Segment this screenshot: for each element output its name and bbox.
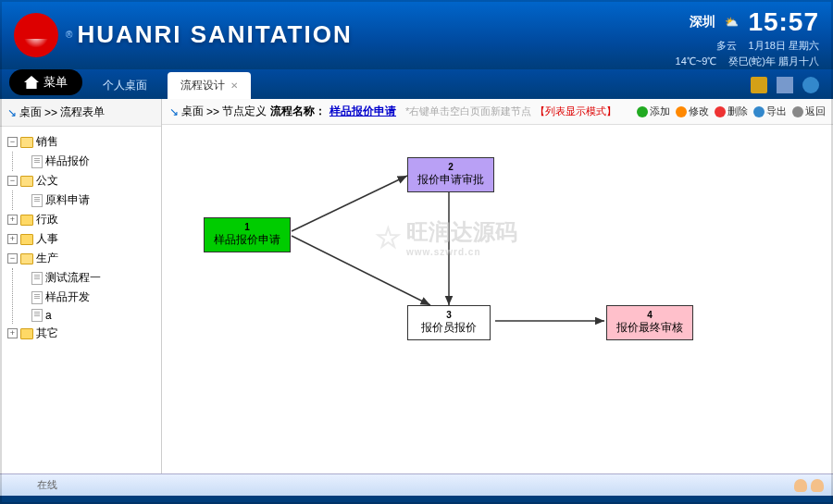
flow-node-1[interactable]: 1样品报价申请 (204, 217, 291, 252)
weather-widget: 深圳 ⛅ 15:57 多云 1月18日 星期六 14℃~9℃ 癸巳(蛇)年 腊月… (676, 7, 819, 68)
tree-doc[interactable]: 样品开发 (19, 288, 157, 307)
sidebar-breadcrumb: ↘ 桌面 >> 流程表单 (0, 99, 161, 127)
avatar (811, 479, 824, 492)
collapse-icon[interactable]: − (7, 253, 18, 264)
weather-lunar: 癸巳(蛇)年 腊月十八 (728, 55, 819, 67)
flow-canvas[interactable]: ☆ 旺润达源码www.szwrd.cn 1样品报价申请 2报价申请审批 3报价员… (162, 125, 833, 473)
tree-folder-hr[interactable]: +人事 (4, 229, 157, 249)
export-icon (753, 106, 765, 117)
folder-icon (20, 137, 33, 148)
delete-icon (715, 106, 726, 117)
back-icon (792, 106, 803, 117)
delete-button[interactable]: 删除 (715, 104, 748, 118)
doc-icon (31, 272, 43, 285)
flow-node-3[interactable]: 3报价员报价 (407, 305, 491, 340)
registered-mark: ® (66, 30, 72, 40)
gift-icon[interactable] (751, 77, 767, 93)
menu-label: 菜单 (44, 74, 68, 91)
weather-temp: 14℃~9℃ (676, 55, 717, 67)
key-icon[interactable] (777, 77, 793, 93)
collapse-icon[interactable]: − (7, 137, 18, 147)
flow-node-2[interactable]: 2报价申请审批 (407, 157, 494, 192)
refresh-icon[interactable] (802, 77, 819, 93)
clock-time: 15:57 (748, 7, 819, 37)
weather-icon: ⛅ (725, 16, 739, 29)
statusbar: 在线 (0, 473, 833, 496)
home-icon (24, 76, 39, 89)
folder-icon (20, 328, 33, 339)
collapse-icon[interactable]: − (7, 176, 18, 186)
sidebar: ↘ 桌面 >> 流程表单 −销售 样品报价 −公文 原料申请 +行政 +人事 −… (0, 99, 162, 473)
folder-icon (20, 253, 33, 264)
flow-node-4[interactable]: 4报价最终审核 (606, 305, 693, 340)
arrow-icon: ↘ (7, 106, 17, 119)
process-name-value[interactable]: 样品报价申请 (329, 104, 396, 119)
watermark: ☆ 旺润达源码www.szwrd.cn (375, 217, 517, 257)
tree-folder-docs[interactable]: −公文 (4, 171, 157, 191)
flow-edges (162, 125, 833, 473)
menu-button[interactable]: 菜单 (9, 69, 82, 95)
add-icon (637, 106, 648, 117)
expand-icon[interactable]: + (7, 328, 18, 338)
action-toolbar: 添加 修改 删除 导出 返回 (637, 104, 826, 118)
tree: −销售 样品报价 −公文 原料申请 +行政 +人事 −生产 测试流程一 样品开发… (0, 127, 161, 349)
tab-flowdesign[interactable]: 流程设计✕ (168, 72, 251, 99)
main-toolbar: ↘ 桌面 >> 节点定义 流程名称： 样品报价申请 *右键单击空白页面新建节点 … (162, 99, 833, 125)
tree-doc[interactable]: 样品报价 (19, 152, 157, 171)
edit-icon (676, 106, 687, 117)
doc-icon (31, 291, 43, 304)
star-icon: ☆ (375, 220, 402, 255)
tree-doc[interactable]: a (19, 307, 157, 324)
folder-icon (20, 215, 33, 226)
tree-doc[interactable]: 测试流程一 (19, 268, 157, 288)
brand-name: HUANRI SANITATION (77, 20, 352, 49)
process-name-label: 流程名称： (270, 104, 326, 119)
close-icon[interactable]: ✕ (230, 80, 238, 91)
content: ↘ 桌面 >> 流程表单 −销售 样品报价 −公文 原料申请 +行政 +人事 −… (0, 99, 833, 473)
doc-icon (31, 309, 43, 322)
tab-desktop[interactable]: 个人桌面 (90, 72, 160, 99)
hint-text: *右键单击空白页面新建节点 (405, 104, 531, 118)
folder-icon (20, 176, 33, 187)
folder-icon (20, 234, 33, 245)
edit-button[interactable]: 修改 (676, 104, 709, 118)
tree-folder-other[interactable]: +其它 (4, 324, 157, 343)
tree-folder-sales[interactable]: −销售 (4, 132, 157, 152)
arrow-icon: ↘ (169, 105, 179, 118)
tabbar: 菜单 个人桌面 流程设计✕ (0, 69, 833, 99)
expand-icon[interactable]: + (7, 215, 18, 225)
doc-icon (31, 155, 43, 168)
export-button[interactable]: 导出 (753, 104, 787, 118)
main: ↘ 桌面 >> 节点定义 流程名称： 样品报价申请 *右键单击空白页面新建节点 … (162, 99, 833, 473)
tree-doc[interactable]: 原料申请 (19, 191, 157, 210)
weather-date: 1月18日 星期六 (749, 40, 819, 51)
avatar (794, 479, 807, 492)
expand-icon[interactable]: + (7, 234, 18, 244)
breadcrumb: ↘ 桌面 >> 节点定义 (169, 104, 267, 119)
back-button[interactable]: 返回 (792, 104, 826, 118)
add-button[interactable]: 添加 (637, 104, 670, 118)
status-text: 在线 (37, 478, 57, 492)
weather-city: 深圳 (690, 14, 715, 31)
tree-folder-prod[interactable]: −生产 (4, 249, 157, 268)
doc-icon (31, 194, 43, 207)
header: ® HUANRI SANITATION 深圳 ⛅ 15:57 多云 1月18日 … (0, 0, 833, 69)
logo (14, 13, 58, 57)
weather-cond: 多云 (716, 40, 737, 51)
display-mode[interactable]: 【列表显示模式】 (535, 104, 616, 118)
tree-folder-admin[interactable]: +行政 (4, 210, 157, 229)
user-avatars[interactable] (794, 479, 824, 492)
